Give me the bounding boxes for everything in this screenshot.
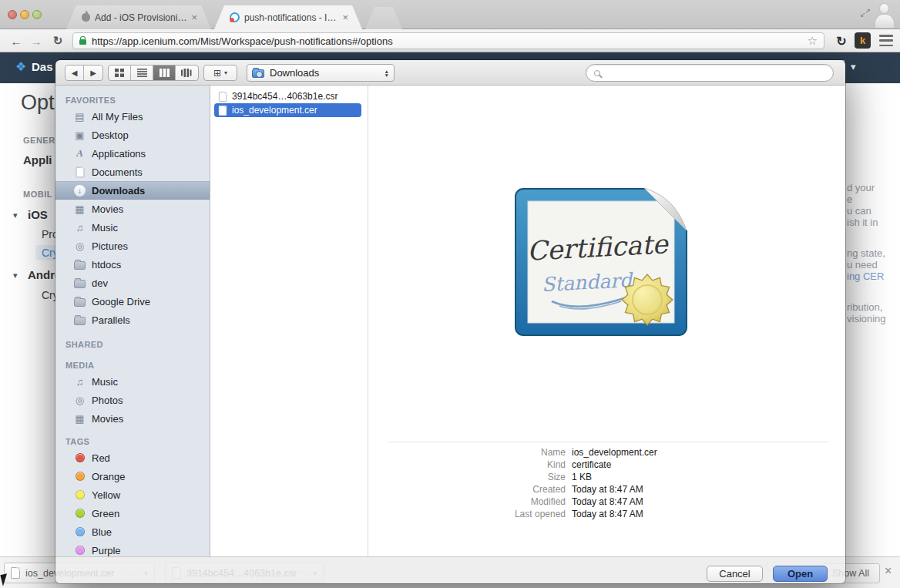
search-input[interactable] [605,68,825,79]
applications-icon: A [73,147,86,160]
sidebar-item-pictures[interactable]: ◎ Pictures [55,237,210,255]
sidebar-item-all-my-files[interactable]: ▤ All My Files [55,107,210,126]
nav-section-mobile: MOBIL [23,190,52,199]
sidebar-item-label: Downloads [92,185,145,197]
page-title-fragment: Opti [21,91,59,115]
nav-item-ios[interactable]: iOS [28,208,48,221]
info-value: Today at 8:47 AM [572,483,643,496]
padlock-icon [79,39,86,45]
movies-icon: ▦ [73,203,86,215]
back-icon[interactable]: ← [8,29,25,52]
sidebar-item-documents[interactable]: Documents [55,163,210,181]
tab-push-notifications[interactable]: push-notifications - ICENIU × [214,5,362,29]
sidebar-item-desktop[interactable]: ▣ Desktop [55,126,210,144]
chrome-menu-icon[interactable] [879,35,893,46]
sidebar-item-google-drive[interactable]: Google Drive [55,292,210,311]
sidebar-item-tag-orange[interactable]: Orange [55,467,210,486]
sidebar-item-label: Orange [92,471,125,482]
file-name: 3914bc454…4063b1e.csr [232,91,338,102]
sidebar-item-music[interactable]: ♫ Music [55,218,210,237]
tab-close-icon[interactable]: × [191,12,197,22]
sidebar-item-dev[interactable]: dev [55,274,210,292]
profile-avatar-icon[interactable] [874,2,895,28]
sidebar-item-label: Movies [92,203,123,215]
search-field[interactable] [586,64,834,82]
sidebar-item-label: Red [92,452,110,464]
open-button[interactable]: Open [773,566,828,582]
nav-caret-icon[interactable]: ▾ [13,210,18,220]
tag-red-icon [73,453,86,462]
sidebar-item-tag-red[interactable]: Red [55,449,210,467]
info-label: Name [388,446,572,459]
forward-icon[interactable]: ▶ [84,66,102,80]
downloads-icon: ↓ [73,185,86,197]
info-label: Created [388,483,572,496]
sidebar-item-media-music[interactable]: ♫ Music [55,372,210,391]
movies-icon: ▦ [73,413,86,425]
nav-item-application[interactable]: Appli [23,153,52,166]
sidebar-item-htdocs[interactable]: htdocs [55,255,210,274]
kendo-extension-icon[interactable]: k [855,32,871,49]
coverflow-view-icon[interactable] [176,66,198,80]
sidebar-item-tag-purple[interactable]: Purple [55,541,210,556]
expand-icon[interactable]: ↗ ↙ [860,8,871,18]
new-tab-button[interactable] [365,7,402,29]
info-row: Size 1 KB [388,471,828,483]
browser-toolbar: ← → ↻ https://app.icenium.com/Mist/Works… [0,29,900,52]
file-icon [219,92,227,102]
window-zoom-button[interactable] [32,10,42,19]
tab-ios-provisioning[interactable]: Add - iOS Provisioning Pro × [66,5,211,29]
stepper-icon: ▲ ▼ [385,69,389,77]
file-row-csr[interactable]: 3914bc454…4063b1e.csr [210,89,368,103]
sidebar-item-tag-yellow[interactable]: Yellow [55,486,210,504]
page-text-fragment: u need [847,259,878,270]
open-file-dialog: ◀ ▶ ⊞ ▾ Downloads ▲ ▼ [55,60,845,583]
sidebar-item-label: All My Files [92,111,143,123]
file-row-cer-selected[interactable]: ios_development.cer [214,103,361,117]
info-label: Modified [388,496,572,508]
sidebar-item-media-photos[interactable]: ◎ Photos [55,391,210,409]
back-icon[interactable]: ◀ [65,66,84,80]
certificate-preview-icon: Certificate Standard [512,183,700,344]
cancel-button[interactable]: Cancel [707,566,763,582]
sidebar-item-parallels[interactable]: Parallels [55,311,210,329]
header-caret-down-icon[interactable]: ▾ [851,61,856,72]
url-text[interactable]: https://app.icenium.com/Mist/Workspace/p… [92,35,802,47]
sidebar-item-tag-blue[interactable]: Blue [55,522,210,541]
sidebar-item-tag-green[interactable]: Green [55,504,210,522]
info-row: Created Today at 8:47 AM [388,483,828,496]
tab-close-icon[interactable]: × [342,12,348,22]
sidebar-item-downloads[interactable]: ↓ Downloads [55,181,210,200]
sidebar-item-media-movies[interactable]: ▦ Movies [55,409,210,428]
nav-caret-icon[interactable]: ▾ [13,270,18,281]
reload-icon[interactable]: ↻ [49,29,66,52]
tab-title: Add - iOS Provisioning Pro [95,12,186,23]
music-icon: ♫ [73,376,86,388]
dialog-body: FAVORITES ▤ All My Files ▣ Desktop A App… [55,86,845,556]
icon-view-icon[interactable] [109,66,131,80]
sidebar-item-applications[interactable]: A Applications [55,144,210,163]
page-link-fragment[interactable]: ing CER [847,270,884,282]
screen: { "colors": { "navy_header": "#2d3e50", … [0,0,900,588]
expand-sw-arrow: ↙ [860,12,866,18]
folder-icon [73,297,86,307]
action-menu-button[interactable]: ⊞ ▾ [203,65,237,81]
location-dropdown[interactable]: Downloads ▲ ▼ [247,64,395,82]
sidebar-item-label: Desktop [92,129,129,141]
list-view-icon[interactable] [131,66,153,80]
sidebar-item-label: Google Drive [92,296,150,307]
column-view-icon[interactable] [153,66,176,80]
sync-extension-icon[interactable]: ↻ [832,32,851,50]
address-bar[interactable]: https://app.icenium.com/Mist/Workspace/p… [72,32,824,49]
window-minimize-button[interactable] [20,10,29,19]
forward-icon[interactable]: → [28,29,45,52]
location-label: Downloads [270,67,379,79]
sidebar-section-media: MEDIA [55,355,210,372]
apple-favicon-icon [82,13,90,22]
page-text-fragment: ribution, [847,301,882,313]
all-my-files-icon: ▤ [73,111,86,123]
window-close-button[interactable] [8,10,17,19]
bookmark-star-icon[interactable]: ☆ [808,34,818,48]
sidebar-item-movies[interactable]: ▦ Movies [55,200,210,218]
shelf-close-icon[interactable]: × [885,564,892,578]
